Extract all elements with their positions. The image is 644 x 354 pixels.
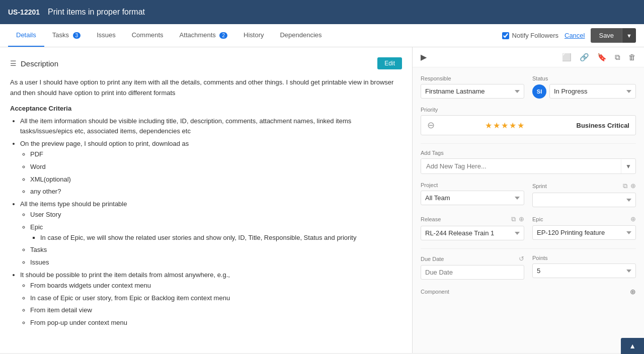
tab-comments[interactable]: Comments	[124, 24, 172, 47]
tags-label: Add Tags	[421, 150, 636, 156]
priority-name: Business Critical	[577, 122, 630, 129]
points-field: Points 5 1 2 3 8 13	[532, 255, 636, 280]
acceptance-list: All the item information should be visib…	[10, 116, 402, 328]
description-label: Description	[21, 59, 58, 68]
list-item: All the item information should be visib…	[20, 116, 402, 137]
release-epic-row: Release ⧉ ⊕ RL-244 Release Train 1 Epic …	[421, 215, 636, 240]
list-item: From boards widgets under context menu	[30, 281, 402, 291]
responsible-select[interactable]: Firstname Lastname	[421, 84, 524, 99]
tags-dropdown-button[interactable]: ▼	[621, 159, 635, 173]
status-select[interactable]: In Progress To Do Done Blocked	[549, 84, 636, 99]
responsible-field: Responsible Firstname Lastname	[421, 75, 524, 99]
priority-minus-icon: ⊖	[427, 120, 435, 131]
priority-box: ⊖ ★ ★ ★ ★ ★ Business Critical	[421, 115, 636, 135]
epic-select[interactable]: EP-120 Printing feature	[532, 225, 636, 240]
right-panel: ▶ ⬜ 🔗 🔖 ⧉ 🗑 Responsible Firstname Lastna…	[413, 47, 644, 353]
cancel-button[interactable]: Cancel	[565, 32, 585, 39]
list-item: All the items type should be printable U…	[20, 199, 402, 268]
star-5: ★	[517, 121, 524, 130]
tags-input[interactable]	[421, 159, 621, 173]
list-item: Issues	[30, 257, 402, 268]
list-item: Epic In case of Epic, we will show the r…	[30, 222, 402, 243]
release-label: Release	[421, 216, 441, 222]
list-item: On the preview page, I should option to …	[20, 139, 402, 197]
description-title: ☰ Description	[10, 59, 58, 68]
list-item: User Story	[30, 210, 402, 220]
tab-tasks[interactable]: Tasks 3	[44, 24, 89, 47]
release-copy-icon[interactable]: ⧉	[511, 215, 516, 223]
release-field: Release ⧉ ⊕ RL-244 Release Train 1	[421, 215, 524, 240]
toolbar-icons: ⬜ 🔗 🔖 ⧉ 🗑	[562, 53, 636, 62]
list-item: In case of Epic or user story, from Epic…	[30, 293, 402, 304]
list-item: XML(optional)	[30, 174, 402, 185]
list-item: It should be possible to print the item …	[20, 270, 402, 328]
list-item: From pop-up under context menu	[30, 318, 402, 328]
delete-icon[interactable]: 🗑	[628, 53, 636, 62]
item-title: Print items in proper format	[48, 8, 145, 17]
stars: ★ ★ ★ ★ ★	[485, 121, 524, 130]
star-3: ★	[501, 121, 508, 130]
tags-input-wrapper: ▼	[421, 158, 636, 174]
sprint-add-icon[interactable]: ⊕	[630, 182, 636, 190]
right-panel-body: Responsible Firstname Lastname Status SI…	[413, 67, 644, 308]
copy-icon[interactable]: ⧉	[615, 53, 620, 62]
sprint-select[interactable]	[532, 193, 636, 207]
fullscreen-icon[interactable]: ⬜	[562, 53, 572, 62]
component-label: Component	[421, 289, 449, 295]
hamburger-icon: ☰	[10, 59, 17, 67]
tab-bar: Details Tasks 3 Issues Comments Attachme…	[0, 24, 644, 47]
project-field: Project All Team	[421, 182, 524, 207]
top-bar: US-12201 Print items in proper format	[0, 0, 644, 24]
save-dropdown-button[interactable]: ▼	[622, 28, 636, 43]
tab-attachments[interactable]: Attachments 2	[172, 24, 235, 47]
sprint-field: Sprint ⧉ ⊕	[532, 182, 636, 207]
refresh-icon[interactable]: ↺	[519, 255, 524, 262]
sprint-copy-icon[interactable]: ⧉	[623, 182, 627, 190]
attachments-badge: 2	[219, 32, 227, 39]
project-sprint-row: Project All Team Sprint ⧉ ⊕	[421, 182, 636, 207]
release-select[interactable]: RL-244 Release Train 1	[421, 226, 524, 240]
project-select[interactable]: All Team	[421, 191, 524, 205]
tab-actions: Notify Followers Cancel Save ▼	[502, 28, 636, 43]
save-button[interactable]: Save	[591, 28, 622, 43]
responsible-select-row: Firstname Lastname	[421, 84, 524, 99]
epic-label: Epic	[532, 216, 543, 222]
main-content: ☰ Description Edit As a user I should ha…	[0, 47, 644, 353]
tab-history[interactable]: History	[235, 24, 272, 47]
tab-details[interactable]: Details	[8, 24, 44, 47]
link-icon[interactable]: 🔗	[580, 53, 589, 62]
star-4: ★	[509, 121, 516, 130]
responsible-label: Responsible	[421, 75, 524, 81]
right-panel-toolbar: ▶ ⬜ 🔗 🔖 ⧉ 🗑	[413, 47, 644, 67]
responsible-status-row: Responsible Firstname Lastname Status SI…	[421, 75, 636, 99]
notify-checkbox-input[interactable]	[502, 32, 509, 39]
notify-checkbox[interactable]: Notify Followers	[502, 32, 558, 39]
list-item: Word	[30, 162, 402, 172]
points-select[interactable]: 5 1 2 3 8 13	[532, 263, 636, 278]
release-add-icon[interactable]: ⊕	[519, 215, 524, 223]
due-date-points-row: Due Date ↺ Points 5 1 2 3 8 13	[421, 255, 636, 280]
bottom-bar[interactable]: ▲	[621, 338, 644, 353]
list-item: PDF	[30, 149, 402, 160]
due-date-input[interactable]	[421, 265, 524, 280]
component-add-icon[interactable]: ⊕	[630, 288, 636, 296]
tags-section: Add Tags ▼	[421, 150, 636, 174]
list-item: In case of Epic, we will show the relate…	[40, 233, 402, 243]
bookmark-icon[interactable]: 🔖	[597, 53, 607, 62]
tab-issues[interactable]: Issues	[89, 24, 124, 47]
priority-label: Priority	[421, 107, 636, 113]
collapse-icon[interactable]: ▶	[421, 52, 427, 62]
due-date-field: Due Date ↺	[421, 255, 524, 280]
tab-dependencies[interactable]: Dependencies	[272, 24, 330, 47]
tasks-badge: 3	[73, 32, 81, 39]
acceptance-criteria-title: Acceptance Criteria	[10, 105, 402, 112]
edit-button[interactable]: Edit	[377, 57, 402, 69]
epic-field: Epic ⊕ EP-120 Printing feature	[532, 215, 636, 240]
priority-section: Priority ⊖ ★ ★ ★ ★ ★ Business Critical	[421, 107, 636, 135]
epic-add-icon[interactable]: ⊕	[630, 215, 636, 223]
description-header: ☰ Description Edit	[10, 57, 402, 69]
status-label: Status	[532, 75, 636, 81]
notify-label: Notify Followers	[512, 32, 558, 39]
due-date-label: Due Date	[421, 256, 444, 262]
avatar: SI	[532, 84, 546, 99]
